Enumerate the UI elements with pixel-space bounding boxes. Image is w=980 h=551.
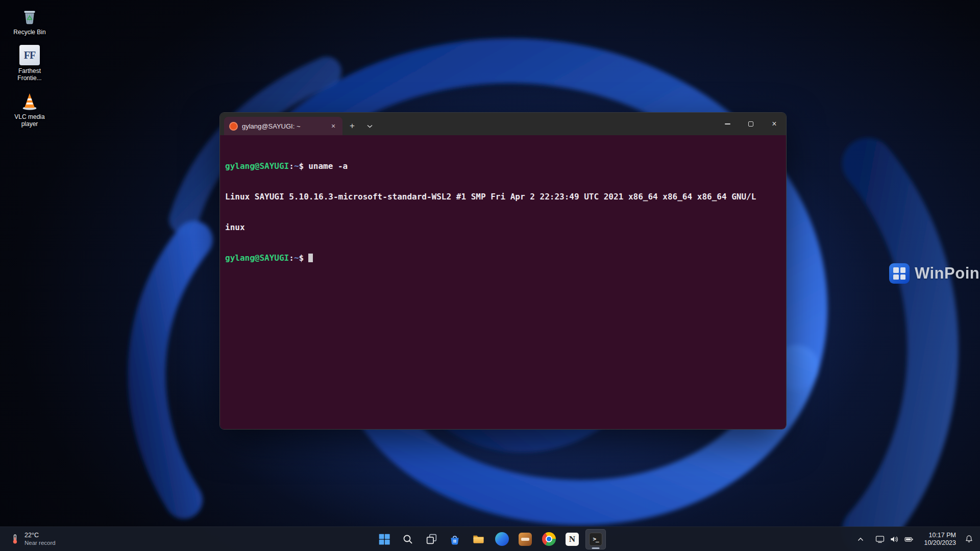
weather-widget[interactable]: 22°C Near record [4, 527, 61, 551]
desktop-icon-label: Recycle Bin [13, 29, 45, 36]
folder-icon [472, 532, 485, 546]
hidden-icons-button[interactable] [855, 534, 866, 544]
minimize-icon [725, 123, 730, 124]
desktop-icon-vlc[interactable]: VLC media player [6, 91, 53, 128]
desktop-icon-recycle-bin[interactable]: Recycle Bin [6, 5, 53, 36]
system-tray-status[interactable] [872, 531, 918, 547]
chrome-icon [542, 532, 556, 546]
thermometer-icon [9, 534, 20, 545]
terminal-output-line: Linux SAYUGI 5.10.16.3-microsoft-standar… [225, 192, 781, 202]
search-button[interactable] [398, 529, 418, 549]
minimize-button[interactable] [716, 113, 739, 135]
taskbar-center: N >_ [374, 527, 606, 551]
terminal-cursor [308, 254, 313, 262]
label-line: Farthest [18, 67, 41, 74]
terminal-tab[interactable]: gylang@SAYUGI: ~ × [224, 117, 342, 135]
volume-icon [889, 534, 899, 544]
winpoin-brand-text: WinPoin [915, 264, 979, 283]
task-view-button[interactable] [421, 529, 442, 549]
chevron-up-icon [857, 537, 864, 541]
terminal-button[interactable]: >_ [585, 529, 606, 549]
close-icon: × [772, 120, 776, 128]
app-icon [519, 533, 532, 546]
edge-icon [495, 532, 509, 546]
new-tab-button[interactable]: + [345, 118, 360, 134]
terminal-window: gylang@SAYUGI: ~ × + × gylang@SAYUGI:~$u… [219, 112, 787, 430]
chevron-down-icon [367, 124, 373, 128]
farthest-frontier-icon: FF [19, 45, 40, 65]
active-app-indicator [592, 547, 600, 549]
desktop: Recycle Bin FF Farthest Frontie... VLC m… [0, 0, 980, 551]
search-icon [402, 533, 414, 545]
windows-logo-icon [378, 533, 391, 546]
battery-icon [903, 534, 915, 544]
weather-text: 22°C Near record [24, 532, 56, 546]
terminal-titlebar[interactable]: gylang@SAYUGI: ~ × + × [220, 113, 786, 135]
notion-button[interactable]: N [562, 529, 582, 549]
vlc-icon [19, 91, 40, 111]
bell-icon [964, 534, 974, 544]
ubuntu-icon [229, 122, 238, 131]
desktop-icon-label: VLC media player [14, 113, 44, 128]
clock-widget[interactable]: 10:17 PM 10/20/2023 [924, 532, 956, 546]
window-controls: × [716, 113, 786, 135]
prompt-colon: : [289, 253, 294, 263]
label-line: VLC media [14, 113, 44, 120]
notification-center-button[interactable] [962, 531, 976, 547]
tab-title: gylang@SAYUGI: ~ [242, 122, 324, 130]
store-button[interactable] [445, 529, 465, 549]
terminal-icon: >_ [589, 533, 602, 546]
terminal-line: gylang@SAYUGI:~$uname -a [225, 161, 781, 171]
label-line: Frontie... [17, 74, 41, 82]
desktop-icon-list: Recycle Bin FF Farthest Frontie... VLC m… [6, 5, 53, 128]
close-button[interactable]: × [763, 113, 786, 135]
prompt-path: ~ [294, 161, 299, 171]
prompt-symbol: $ [299, 161, 304, 171]
terminal-output-line: inux [225, 222, 781, 233]
task-view-icon [425, 533, 438, 545]
prompt-user: gylang@SAYUGI [225, 253, 289, 263]
prompt-path: ~ [294, 253, 299, 263]
winpoin-watermark: WinPoin [889, 263, 979, 284]
taskbar: 22°C Near record [0, 527, 980, 551]
maximize-icon [748, 121, 753, 127]
notion-icon: N [566, 533, 579, 546]
display-icon [875, 534, 885, 544]
desktop-icon-farthest-frontier[interactable]: FF Farthest Frontie... [6, 45, 53, 82]
start-button[interactable] [374, 529, 395, 549]
recycle-bin-icon [19, 5, 40, 27]
prompt-colon: : [289, 161, 294, 171]
prompt-symbol: $ [299, 253, 304, 263]
winpoin-logo-icon [889, 263, 910, 284]
weather-description: Near record [24, 539, 56, 546]
clock-time: 10:17 PM [928, 532, 956, 539]
terminal-content[interactable]: gylang@SAYUGI:~$uname -a Linux SAYUGI 5.… [220, 135, 786, 429]
tab-dropdown-button[interactable] [362, 118, 377, 134]
chrome-button[interactable] [538, 529, 559, 549]
edge-button[interactable] [492, 529, 512, 549]
terminal-line: gylang@SAYUGI:~$ [225, 253, 781, 263]
tab-close-button[interactable]: × [328, 121, 338, 131]
weather-temperature: 22°C [24, 532, 56, 539]
app-button[interactable] [515, 529, 535, 549]
taskbar-tray: 10:17 PM 10/20/2023 [855, 527, 976, 551]
desktop-icon-label: Farthest Frontie... [17, 67, 41, 82]
store-icon [448, 533, 461, 546]
file-explorer-button[interactable] [468, 529, 488, 549]
clock-date: 10/20/2023 [924, 539, 956, 546]
label-line: player [21, 120, 38, 128]
maximize-button[interactable] [739, 113, 763, 135]
prompt-user: gylang@SAYUGI [225, 161, 289, 171]
command-text: uname -a [308, 161, 348, 171]
